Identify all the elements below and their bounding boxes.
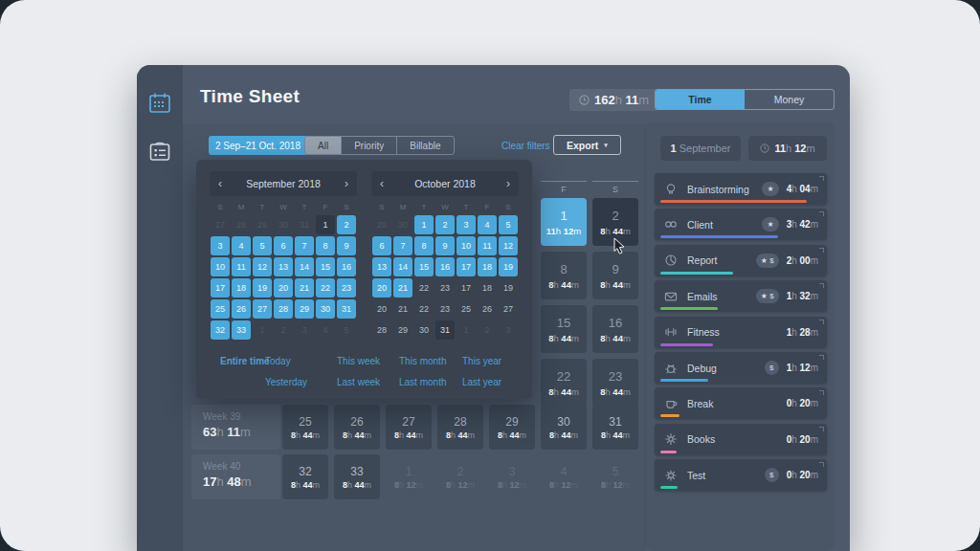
- day-cell[interactable]: 13: [372, 257, 391, 276]
- day-cell[interactable]: 25: [457, 299, 476, 319]
- next-month-icon[interactable]: ›: [506, 177, 510, 190]
- day-cell[interactable]: 30: [393, 215, 412, 234]
- day-cell[interactable]: 21: [393, 299, 412, 319]
- day-cell[interactable]: 2: [337, 215, 356, 234]
- grid-day-cell[interactable]: 88h 44m: [541, 252, 587, 299]
- day-cell[interactable]: 28: [232, 215, 251, 234]
- task-card[interactable]: Books0h 20m: [655, 424, 827, 455]
- day-cell[interactable]: 1: [253, 320, 272, 340]
- day-cell[interactable]: 23: [435, 299, 455, 319]
- task-card[interactable]: Brainstorming★4h 04m: [655, 173, 827, 205]
- day-cell[interactable]: 3: [295, 320, 314, 340]
- week-day-cell[interactable]: 328h 44m: [282, 454, 328, 499]
- day-cell[interactable]: 29: [295, 299, 314, 319]
- next-month-icon[interactable]: ›: [345, 177, 348, 190]
- day-cell[interactable]: 6: [372, 236, 391, 255]
- day-cell[interactable]: 11: [232, 257, 251, 276]
- day-cell[interactable]: 18: [232, 278, 251, 298]
- week-day-cell[interactable]: 268h 44m: [334, 405, 380, 450]
- quick-link[interactable]: Last week: [337, 377, 380, 387]
- task-card[interactable]: Emails★ $1h 32m: [655, 280, 827, 312]
- day-cell[interactable]: 29: [393, 320, 412, 340]
- task-card[interactable]: Client★3h 42m: [655, 209, 827, 240]
- clear-filters-link[interactable]: Clear filters: [501, 141, 550, 151]
- day-cell[interactable]: 7: [393, 236, 412, 255]
- day-cell[interactable]: 7: [295, 236, 314, 255]
- day-cell[interactable]: 29: [372, 215, 391, 234]
- week-day-cell[interactable]: 258h 44m: [282, 405, 328, 450]
- day-cell[interactable]: 4: [232, 236, 251, 255]
- day-cell[interactable]: 19: [499, 257, 518, 276]
- day-cell[interactable]: 3: [211, 236, 230, 255]
- day-cell[interactable]: 11: [478, 236, 497, 255]
- day-cell[interactable]: 22: [316, 278, 335, 298]
- grid-day-cell[interactable]: 238h 44m: [592, 359, 638, 407]
- day-cell[interactable]: 29: [253, 215, 272, 234]
- week-day-cell[interactable]: 278h 44m: [386, 405, 432, 450]
- day-cell[interactable]: 28: [372, 320, 391, 340]
- day-cell[interactable]: 8: [414, 236, 434, 255]
- day-cell[interactable]: 25: [211, 299, 230, 319]
- day-cell[interactable]: 27: [211, 215, 230, 234]
- week-day-cell[interactable]: 318h 44m: [592, 405, 638, 450]
- day-cell[interactable]: 20: [274, 278, 293, 298]
- day-cell[interactable]: 18: [478, 257, 497, 276]
- day-cell[interactable]: 1: [457, 320, 476, 340]
- day-cell[interactable]: 2: [478, 320, 497, 340]
- day-cell[interactable]: 15: [316, 257, 335, 276]
- day-cell[interactable]: 1: [316, 215, 335, 234]
- day-cell[interactable]: 23: [337, 278, 356, 298]
- quick-link[interactable]: Last year: [462, 377, 501, 387]
- day-cell[interactable]: 30: [316, 299, 335, 319]
- day-cell[interactable]: 32: [211, 320, 230, 340]
- week-day-cell[interactable]: 308h 44m: [541, 405, 587, 450]
- week-day-cell[interactable]: 38h 12m: [489, 454, 535, 499]
- day-cell[interactable]: 10: [457, 236, 476, 255]
- day-cell[interactable]: 14: [295, 257, 314, 276]
- day-cell[interactable]: 5: [499, 215, 518, 234]
- day-cell[interactable]: 22: [414, 299, 434, 319]
- day-cell[interactable]: 31: [435, 320, 455, 340]
- day-cell[interactable]: 12: [499, 236, 518, 255]
- calendar-icon[interactable]: [147, 91, 172, 116]
- day-cell[interactable]: 18: [478, 278, 497, 298]
- week-day-cell[interactable]: 288h 44m: [437, 405, 483, 450]
- day-cell[interactable]: 21: [295, 278, 314, 298]
- prev-month-icon[interactable]: ‹: [380, 177, 384, 190]
- day-cell[interactable]: 9: [435, 236, 455, 255]
- day-cell[interactable]: 15: [414, 257, 434, 276]
- day-cell[interactable]: 20: [372, 299, 391, 319]
- task-card[interactable]: Debug$1h 12m: [655, 352, 827, 384]
- day-cell[interactable]: 13: [274, 257, 293, 276]
- quick-link[interactable]: This week: [337, 356, 380, 366]
- day-cell[interactable]: 3: [499, 320, 518, 340]
- task-card[interactable]: Break0h 20m: [655, 387, 827, 419]
- quick-link[interactable]: Today: [265, 356, 291, 366]
- day-cell[interactable]: 19: [499, 278, 518, 298]
- grid-day-cell[interactable]: 168h 44m: [592, 305, 638, 353]
- day-cell[interactable]: 14: [393, 257, 412, 276]
- day-cell[interactable]: 26: [232, 299, 251, 319]
- week-day-cell[interactable]: 18h 12m: [386, 454, 432, 499]
- grid-day-cell[interactable]: 98h 44m: [592, 252, 638, 299]
- quick-entire-time[interactable]: Entire time: [220, 356, 270, 366]
- export-button[interactable]: Export ▾: [553, 135, 621, 155]
- day-cell[interactable]: 28: [274, 299, 293, 319]
- day-cell[interactable]: 9: [337, 236, 356, 255]
- day-cell[interactable]: 6: [274, 236, 293, 255]
- day-cell[interactable]: 5: [337, 320, 356, 340]
- day-cell[interactable]: 8: [316, 236, 335, 255]
- filter-billable[interactable]: Billable: [396, 137, 453, 154]
- prev-month-icon[interactable]: ‹: [218, 177, 222, 190]
- grid-day-cell[interactable]: 228h 44m: [541, 359, 587, 407]
- day-cell[interactable]: 3: [457, 215, 476, 234]
- day-cell[interactable]: 2: [435, 215, 455, 234]
- quick-link[interactable]: Last month: [399, 377, 446, 387]
- quick-link[interactable]: Yesterday: [265, 377, 307, 387]
- day-cell[interactable]: 12: [253, 257, 272, 276]
- week-day-cell[interactable]: 58h 12m: [592, 454, 638, 499]
- quick-link[interactable]: This year: [462, 356, 501, 366]
- day-cell[interactable]: 22: [414, 278, 434, 298]
- day-cell[interactable]: 26: [478, 299, 497, 319]
- day-cell[interactable]: 2: [274, 320, 293, 340]
